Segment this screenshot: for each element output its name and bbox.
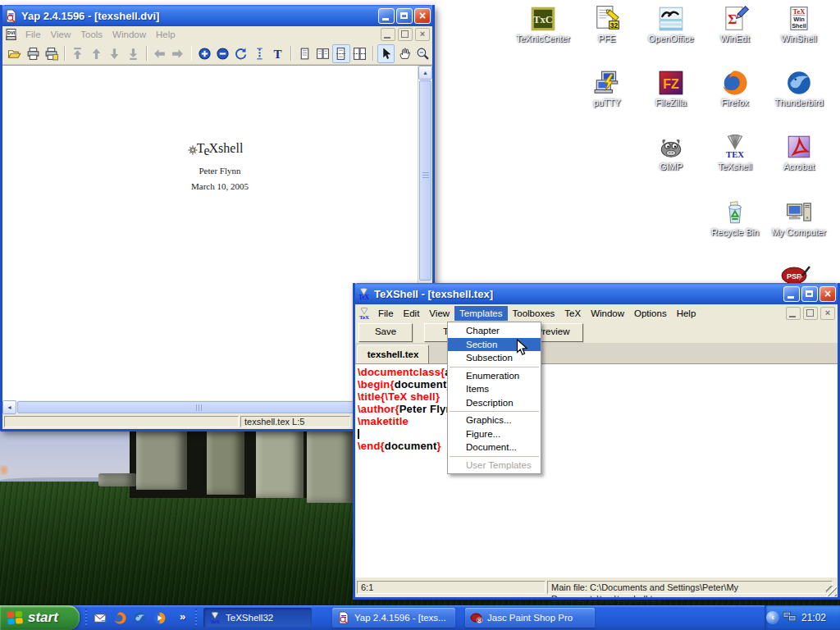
taskbar-button-yap-2-4-1596-texs[interactable]: Yap 2.4.1596 - [texs...: [332, 608, 455, 628]
page-up-icon[interactable]: [88, 44, 105, 63]
texshell-menu-window[interactable]: Window: [586, 306, 629, 321]
zoom-out-icon[interactable]: [214, 44, 231, 63]
desktop-icon-openoffice[interactable]: OpenOffice: [640, 5, 702, 44]
menu-item-document[interactable]: Document...: [448, 441, 541, 454]
magnifier-tool-icon[interactable]: [414, 44, 431, 63]
quick-launch-media-player-icon[interactable]: [153, 611, 167, 625]
taskbar-clock[interactable]: 21:02: [801, 612, 826, 623]
desktop-icon-firefox[interactable]: Firefox: [704, 69, 766, 108]
desktop-icon-putty[interactable]: puTTY: [576, 69, 638, 108]
resize-grip[interactable]: [826, 586, 837, 596]
texshell-menu-file[interactable]: File: [373, 306, 399, 321]
desktop-icon-winedt[interactable]: ΣWinEdt: [704, 5, 766, 44]
desktop-icon-filezilla[interactable]: FZFileZilla: [640, 69, 702, 108]
desktop-icon-texshell[interactable]: TEXTeXshell: [704, 133, 766, 172]
pointer-tool-icon[interactable]: [377, 44, 395, 63]
yap-menu-view[interactable]: View: [46, 27, 76, 42]
save-button[interactable]: Save: [358, 323, 413, 342]
scrollbar-thumb[interactable]: [17, 401, 381, 413]
desktop-icon-recycle-bin[interactable]: Recycle Bin: [704, 199, 766, 238]
quick-launch-thunderbird-icon[interactable]: [133, 611, 147, 625]
scroll-left-button[interactable]: ◄: [2, 400, 16, 414]
close-button[interactable]: ×: [414, 8, 431, 24]
yap-menu-file[interactable]: File: [21, 27, 46, 42]
view-continuous-facing-icon[interactable]: [351, 44, 368, 63]
mdi-restore-button[interactable]: [803, 307, 818, 320]
yap-titlebar[interactable]: Yap 2.4.1596 - [texshell.dvi] ×: [0, 5, 435, 26]
scroll-up-button[interactable]: ▲: [418, 66, 432, 80]
yap-menu-tools[interactable]: Tools: [75, 27, 107, 42]
desktop-icon-pfe[interactable]: 32PFE: [576, 5, 638, 44]
yap-menu-help[interactable]: Help: [151, 27, 180, 42]
taskbar-button-jasc-paint-shop-pro[interactable]: 8Jasc Paint Shop Pro: [465, 608, 595, 628]
quick-launch-firefox-icon[interactable]: [113, 611, 127, 625]
editor-line: \begin{document}: [355, 378, 838, 390]
my-computer-icon: [768, 199, 830, 226]
minimize-button[interactable]: [783, 286, 800, 302]
menu-item-enumeration[interactable]: Enumeration: [448, 369, 541, 383]
texshell-menu-edit[interactable]: Edit: [399, 306, 425, 321]
ruler-icon[interactable]: [251, 44, 268, 63]
page-last-icon[interactable]: [124, 44, 141, 63]
print-doc-icon[interactable]: [43, 44, 60, 63]
page-first-icon[interactable]: [69, 44, 86, 63]
text-mode-icon[interactable]: T: [269, 44, 286, 63]
print-icon[interactable]: [24, 44, 41, 63]
scrollbar-thumb[interactable]: [419, 80, 431, 281]
menu-item-graphics[interactable]: Graphics...: [448, 413, 541, 427]
page-down-icon[interactable]: [106, 44, 123, 63]
texshell-menu-help[interactable]: Help: [672, 306, 701, 321]
maximize-button[interactable]: [396, 8, 413, 24]
hide-tray-icons-button[interactable]: ‹: [766, 611, 779, 624]
texshell-menu-templates[interactable]: Templates: [454, 306, 507, 321]
texshell-menu-tex[interactable]: TeX: [559, 306, 586, 321]
code-editor[interactable]: \documentclass{article}\begin{document}\…: [355, 363, 838, 578]
mdi-restore-button[interactable]: [398, 28, 413, 41]
desktop-icon-my-computer[interactable]: My Computer: [768, 199, 830, 238]
texshell-menu-view[interactable]: View: [424, 306, 454, 321]
menu-item-user-templates[interactable]: User Templates: [448, 459, 541, 472]
view-continuous-icon[interactable]: [332, 44, 349, 63]
network-tray-icon[interactable]: [779, 609, 797, 627]
menu-item-description[interactable]: Description: [448, 396, 541, 410]
desktop-icon-winshell[interactable]: TeXWinShellWinShell: [768, 5, 830, 44]
svg-text:TeX: TeX: [358, 294, 370, 301]
view-facing-icon[interactable]: [314, 44, 331, 63]
quick-launch-overflow-chevron[interactable]: »: [180, 610, 185, 623]
open-icon[interactable]: [6, 44, 23, 63]
yap-menu-window[interactable]: Window: [107, 27, 151, 42]
back-icon[interactable]: [151, 44, 168, 63]
desktop-icon-gimp[interactable]: GIMP: [640, 133, 702, 172]
zoom-in-icon[interactable]: [195, 44, 212, 63]
taskbar-button-texshell32[interactable]: TeXTeXShell32: [203, 608, 312, 628]
forward-icon[interactable]: [169, 44, 186, 63]
tab-texshell-tex[interactable]: texshell.tex: [357, 345, 429, 365]
texshell-menu-toolboxes[interactable]: Toolboxes: [508, 306, 560, 321]
texshell-menu-options[interactable]: Options: [629, 306, 672, 321]
mdi-minimize-button[interactable]: [786, 307, 801, 320]
menu-item-items[interactable]: Items: [448, 382, 541, 396]
close-button[interactable]: ×: [819, 286, 836, 302]
minimize-button[interactable]: [378, 8, 395, 24]
refresh-icon[interactable]: [232, 44, 249, 63]
menu-item-chapter[interactable]: Chapter: [448, 324, 541, 338]
menu-item-figure[interactable]: Figure...: [448, 427, 541, 441]
editor-line: \title{\TeX shell}: [355, 390, 838, 403]
view-single-icon[interactable]: [295, 44, 313, 63]
menu-item-section[interactable]: Section: [448, 338, 541, 352]
quick-launch-mail-icon[interactable]: [94, 611, 107, 625]
desktop-icon-acrobat[interactable]: Acrobat: [768, 133, 830, 172]
mdi-close-button[interactable]: ×: [820, 307, 835, 320]
toolbar-separator: [191, 46, 193, 61]
maximize-button[interactable]: [801, 286, 818, 302]
menu-item-subsection[interactable]: Subsection: [448, 351, 541, 365]
texshell-titlebar[interactable]: TeX TeXShell - [texshell.tex] ×: [353, 283, 840, 304]
hand-tool-icon[interactable]: [395, 44, 413, 63]
standing-stone: [256, 431, 304, 498]
tab-strip: texshell.tex: [355, 343, 838, 364]
mdi-minimize-button[interactable]: [381, 28, 395, 41]
start-button[interactable]: start: [0, 605, 80, 630]
desktop-icon-thunderbird[interactable]: Thunderbird: [768, 69, 830, 108]
mdi-close-button[interactable]: ×: [415, 28, 430, 41]
desktop-icon-texniccenter[interactable]: TxCTeXnicCenter: [512, 5, 574, 44]
